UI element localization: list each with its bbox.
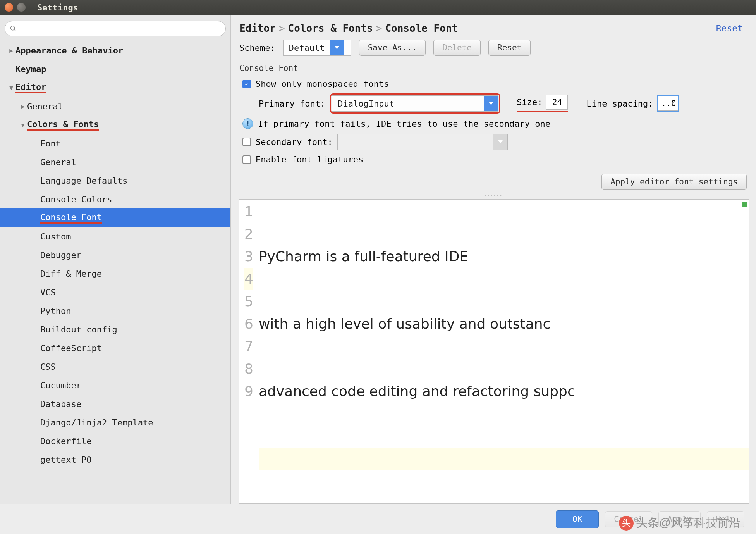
tree-colors-fonts[interactable]: ▼Colors & Fonts	[0, 115, 230, 134]
watermark: 头 头条@风筝科技前沿	[619, 515, 741, 531]
chevron-down-icon	[493, 134, 507, 150]
ligatures-label: Enable font ligatures	[256, 155, 363, 164]
tree-label: Diff & Merge	[40, 269, 102, 279]
tree-label: Dockerfile	[40, 436, 91, 446]
tree-item-diff-merge[interactable]: Diff & Merge	[0, 264, 230, 283]
preview-gutter: 1 2 3 4 5 6 7 8 9	[239, 200, 259, 504]
tree-item-dockerfile[interactable]: Dockerfile	[0, 432, 230, 450]
tree-item-css[interactable]: CSS	[0, 357, 230, 376]
line-spacing-label: Line spacing:	[586, 99, 653, 109]
tree-label: Custom	[40, 232, 71, 241]
annotation-size: Size:	[517, 95, 568, 112]
gutter-line: 8	[244, 358, 253, 380]
ligatures-row: Enable font ligatures	[231, 152, 756, 167]
chevron-right-icon: >	[279, 22, 285, 34]
code-line: PyCharm is a full-featured IDE	[259, 245, 749, 268]
show-mono-checkbox[interactable]	[242, 80, 251, 88]
tree-appearance[interactable]: ▶Appearance & Behavior	[0, 41, 230, 60]
tree-label: Console Font	[40, 212, 102, 224]
tree-label: Language Defaults	[40, 176, 127, 186]
chevron-down-icon	[330, 40, 344, 55]
size-input[interactable]	[546, 95, 568, 110]
delete-button[interactable]: Delete	[433, 40, 481, 56]
reset-link[interactable]: Reset	[716, 23, 743, 33]
section-label: Console Font	[231, 63, 756, 77]
tree-item-buildout[interactable]: Buildout config	[0, 320, 230, 339]
tree-item-console-font[interactable]: Console Font	[0, 208, 230, 227]
breadcrumb: Editor > Colors & Fonts > Console Font	[239, 22, 716, 34]
preview-code[interactable]: PyCharm is a full-featured IDE with a hi…	[259, 200, 749, 504]
tree-label: Editor	[15, 82, 46, 93]
window-title: Settings	[37, 3, 78, 12]
save-as-button[interactable]: Save As...	[359, 40, 426, 56]
tree-item-cucumber[interactable]: Cucumber	[0, 376, 230, 394]
breadcrumb-colors-fonts[interactable]: Colors & Fonts	[288, 22, 373, 34]
tree-item-django[interactable]: Django/Jinja2 Template	[0, 413, 230, 432]
ligatures-checkbox[interactable]	[242, 155, 251, 164]
chevron-right-icon: ▶	[19, 103, 27, 110]
scheme-label: Scheme:	[239, 43, 275, 53]
dialog-footer: OK Cancel Apply Help 头 头条@风筝科技前沿	[0, 504, 756, 534]
tree-item-coffeescript[interactable]: CoffeeScript	[0, 339, 230, 357]
splitter-grip[interactable]: ••••••	[231, 194, 756, 198]
breadcrumb-editor[interactable]: Editor	[239, 22, 276, 34]
gutter-line: 9	[244, 380, 253, 403]
line-spacing-input[interactable]	[658, 96, 678, 111]
chevron-down-icon: ▼	[7, 84, 15, 91]
tree-item-debugger[interactable]: Debugger	[0, 246, 230, 264]
gutter-line: 6	[244, 313, 253, 335]
primary-font-combo[interactable]: DialogInput	[332, 95, 498, 112]
tree-item-general[interactable]: General	[0, 153, 230, 171]
tree-label: Django/Jinja2 Template	[40, 418, 153, 427]
tree-item-font[interactable]: Font	[0, 134, 230, 153]
scheme-combo[interactable]: Default	[283, 40, 351, 56]
tree-label: Font	[40, 139, 61, 148]
secondary-font-combo[interactable]	[337, 134, 508, 150]
watermark-text: 头条@风筝科技前沿	[636, 515, 741, 531]
tree-item-custom[interactable]: Custom	[0, 227, 230, 246]
primary-font-label: Primary font:	[259, 99, 325, 109]
scroll-indicator-icon	[742, 202, 747, 207]
tree-label: gettext PO	[40, 455, 91, 465]
watermark-icon: 头	[619, 516, 634, 531]
search-icon	[10, 25, 17, 32]
reset-scheme-button[interactable]: Reset	[488, 40, 531, 56]
content: ▶Appearance & Behavior Keymap ▼Editor ▶G…	[0, 15, 756, 504]
sidebar: ▶Appearance & Behavior Keymap ▼Editor ▶G…	[0, 15, 231, 504]
ok-button[interactable]: OK	[556, 510, 599, 528]
tree-item-language-defaults[interactable]: Language Defaults	[0, 171, 230, 190]
search-input[interactable]	[5, 21, 226, 36]
minimize-icon[interactable]	[17, 3, 26, 12]
close-icon[interactable]	[5, 3, 13, 12]
show-mono-row: Show only monospaced fonts	[231, 77, 756, 91]
apply-editor-font-button[interactable]: Apply editor font settings	[601, 174, 747, 190]
tree-label: Buildout config	[40, 325, 117, 334]
tree-label: Cucumber	[40, 381, 81, 390]
main-panel: Editor > Colors & Fonts > Console Font R…	[231, 15, 756, 504]
tree-label: Console Colors	[40, 195, 112, 204]
tree-label: Appearance & Behavior	[15, 46, 123, 55]
hint-row: ! If primary font fails, IDE tries to us…	[231, 116, 756, 131]
tree-label: General	[27, 102, 63, 111]
chevron-down-icon: ▼	[19, 121, 27, 129]
tree-label: Colors & Fonts	[27, 119, 99, 131]
tree-item-python[interactable]: Python	[0, 301, 230, 320]
secondary-font-checkbox[interactable]	[242, 138, 251, 146]
apply-editor-row: Apply editor font settings	[231, 167, 756, 194]
hint-text: If primary font fails, IDE tries to use …	[258, 119, 550, 129]
tree-item-vcs[interactable]: VCS	[0, 283, 230, 301]
tree-item-console-colors[interactable]: Console Colors	[0, 190, 230, 208]
tree-general[interactable]: ▶General	[0, 97, 230, 115]
gutter-line: 4	[244, 268, 253, 290]
tree-editor[interactable]: ▼Editor	[0, 78, 230, 97]
tree-keymap[interactable]: Keymap	[0, 60, 230, 78]
tree-item-gettext[interactable]: gettext PO	[0, 450, 230, 469]
primary-font-value: DialogInput	[332, 99, 484, 109]
titlebar: Settings	[0, 0, 756, 15]
secondary-font-label: Secondary font:	[256, 137, 333, 147]
scheme-row: Scheme: Default Save As... Delete Reset	[231, 37, 756, 63]
chevron-right-icon: >	[376, 22, 382, 34]
annotation-primary-font: DialogInput	[330, 93, 500, 114]
tree-label: CSS	[40, 362, 56, 372]
tree-item-database[interactable]: Database	[0, 394, 230, 413]
